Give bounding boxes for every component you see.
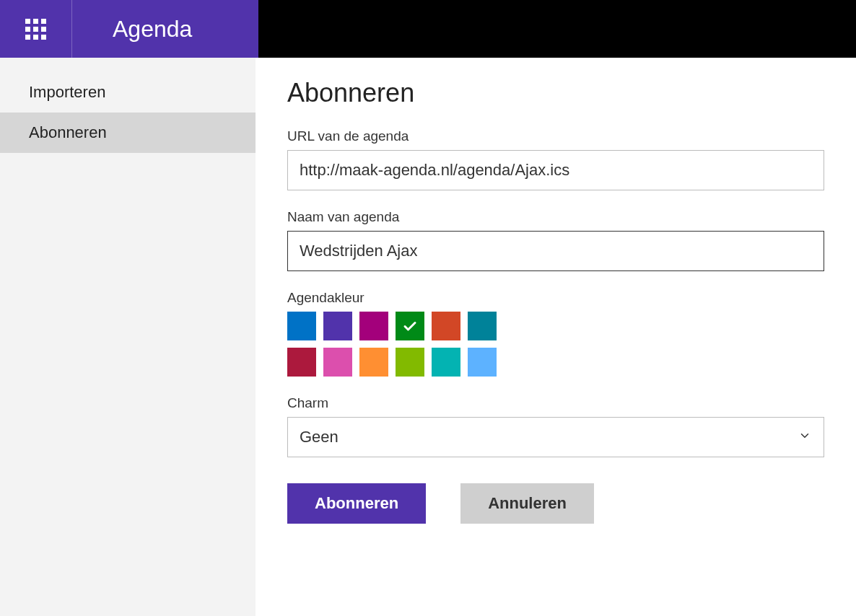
sidebar-item-label: Abonneren	[29, 123, 107, 142]
main-content: Abonneren URL van de agenda Naam van age…	[256, 58, 856, 616]
charm-label: Charm	[287, 395, 824, 411]
app-launcher-button[interactable]	[0, 0, 72, 58]
field-charm: Charm Geen	[287, 395, 824, 457]
header-brand: Agenda	[0, 0, 258, 58]
color-swatch-teal[interactable]	[468, 312, 497, 340]
color-swatch-cyan[interactable]	[432, 348, 460, 377]
color-swatch-lime[interactable]	[396, 348, 424, 377]
color-swatch-green[interactable]	[396, 312, 424, 340]
body: Importeren Abonneren Abonneren URL van d…	[0, 58, 856, 616]
color-label: Agendakleur	[287, 290, 824, 306]
sidebar-item-importeren[interactable]: Importeren	[0, 72, 256, 113]
color-swatch-orange[interactable]	[359, 348, 388, 377]
checkmark-icon	[401, 317, 419, 335]
sidebar-item-abonneren[interactable]: Abonneren	[0, 113, 256, 153]
charm-select-value: Geen	[300, 428, 339, 446]
color-grid	[287, 312, 824, 377]
header: Agenda	[0, 0, 856, 58]
color-swatch-magenta[interactable]	[359, 312, 388, 340]
sidebar-item-label: Importeren	[29, 83, 105, 102]
name-label: Naam van agenda	[287, 209, 824, 225]
cancel-button[interactable]: Annuleren	[460, 483, 594, 524]
color-swatch-purple[interactable]	[323, 312, 352, 340]
color-swatch-blue[interactable]	[287, 312, 316, 340]
field-color: Agendakleur	[287, 290, 824, 377]
charm-select[interactable]: Geen	[287, 417, 824, 457]
url-label: URL van de agenda	[287, 128, 824, 144]
button-row: Abonneren Annuleren	[287, 483, 824, 524]
field-url: URL van de agenda	[287, 128, 824, 190]
color-swatch-pink[interactable]	[323, 348, 352, 377]
app-title: Agenda	[72, 16, 258, 43]
page-title: Abonneren	[287, 78, 824, 108]
color-swatch-orange-red[interactable]	[432, 312, 460, 340]
color-swatch-sky[interactable]	[468, 348, 497, 377]
subscribe-button[interactable]: Abonneren	[287, 483, 426, 524]
field-name: Naam van agenda	[287, 209, 824, 271]
color-swatch-crimson[interactable]	[287, 348, 316, 377]
waffle-icon	[25, 19, 46, 40]
name-input[interactable]	[287, 231, 824, 271]
sidebar: Importeren Abonneren	[0, 58, 256, 616]
url-input[interactable]	[287, 150, 824, 190]
charm-select-wrap: Geen	[287, 417, 824, 457]
